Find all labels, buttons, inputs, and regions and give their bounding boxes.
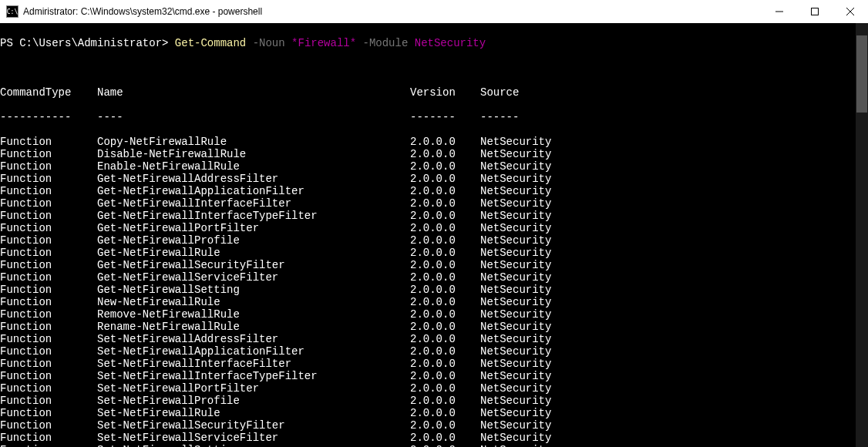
cmd-param-noun: -Noun <box>246 37 284 49</box>
cell-version: 2.0.0.0 <box>410 382 480 395</box>
cell-source: NetSecurity <box>480 345 551 358</box>
table-row: FunctionSet-NetFirewallSecurityFilter2.0… <box>0 419 856 432</box>
cell-version: 2.0.0.0 <box>410 432 480 444</box>
cell-name: New-NetFirewallRule <box>97 296 410 308</box>
table-row: FunctionRemove-NetFirewallRule2.0.0.0Net… <box>0 308 856 321</box>
cell-name: Get-NetFirewallRule <box>97 247 410 259</box>
table-row: FunctionEnable-NetFirewallRule2.0.0.0Net… <box>0 160 856 173</box>
divider-type: ----------- <box>0 111 97 123</box>
cell-commandtype: Function <box>0 370 97 382</box>
cell-version: 2.0.0.0 <box>410 333 480 345</box>
cell-source: NetSecurity <box>480 395 551 407</box>
cell-source: NetSecurity <box>480 148 551 160</box>
cell-name: Disable-NetFirewallRule <box>97 148 410 160</box>
cell-version: 2.0.0.0 <box>410 197 480 210</box>
terminal-area[interactable]: PS C:\Users\Administrator> Get-Command -… <box>0 23 868 447</box>
svg-rect-1 <box>812 8 819 15</box>
cell-version: 2.0.0.0 <box>410 160 480 173</box>
prompt-path: PS C:\Users\Administrator> <box>0 37 175 49</box>
cell-commandtype: Function <box>0 308 97 321</box>
cell-name: Rename-NetFirewallRule <box>97 321 410 333</box>
cmd-param-module: -Module <box>356 37 408 49</box>
cell-version: 2.0.0.0 <box>410 321 480 333</box>
minimize-button[interactable] <box>762 0 797 23</box>
cmd-arg-noun: *Firewall* <box>285 37 356 49</box>
cell-commandtype: Function <box>0 210 97 222</box>
cell-commandtype: Function <box>0 197 97 210</box>
cell-version: 2.0.0.0 <box>410 308 480 321</box>
table-row: FunctionSet-NetFirewallServiceFilter2.0.… <box>0 432 856 444</box>
cell-name: Get-NetFirewallApplicationFilter <box>97 185 410 197</box>
cell-name: Set-NetFirewallServiceFilter <box>97 432 410 444</box>
cell-name: Set-NetFirewallSetting <box>97 444 410 447</box>
cell-source: NetSecurity <box>480 296 551 308</box>
cell-name: Set-NetFirewallAddressFilter <box>97 333 410 345</box>
maximize-button[interactable] <box>797 0 833 23</box>
table-row: FunctionSet-NetFirewallAddressFilter2.0.… <box>0 333 856 345</box>
cell-commandtype: Function <box>0 419 97 432</box>
table-header-row: CommandTypeNameVersionSource <box>0 86 856 99</box>
table-row: FunctionRename-NetFirewallRule2.0.0.0Net… <box>0 321 856 333</box>
header-version: Version <box>410 86 480 99</box>
cell-source: NetSecurity <box>480 222 551 234</box>
cell-source: NetSecurity <box>480 197 551 210</box>
cell-source: NetSecurity <box>480 333 551 345</box>
table-row: FunctionSet-NetFirewallSetting2.0.0.0Net… <box>0 444 856 447</box>
cell-commandtype: Function <box>0 271 97 284</box>
cell-source: NetSecurity <box>480 370 551 382</box>
terminal-content[interactable]: PS C:\Users\Administrator> Get-Command -… <box>0 23 856 447</box>
cell-version: 2.0.0.0 <box>410 419 480 432</box>
cell-name: Get-NetFirewallInterfaceTypeFilter <box>97 210 410 222</box>
cell-commandtype: Function <box>0 148 97 160</box>
table-row: FunctionGet-NetFirewallAddressFilter2.0.… <box>0 173 856 185</box>
cell-version: 2.0.0.0 <box>410 284 480 296</box>
table-row: FunctionDisable-NetFirewallRule2.0.0.0Ne… <box>0 148 856 160</box>
cell-version: 2.0.0.0 <box>410 407 480 419</box>
cell-commandtype: Function <box>0 382 97 395</box>
cell-version: 2.0.0.0 <box>410 185 480 197</box>
cell-source: NetSecurity <box>480 407 551 419</box>
cell-version: 2.0.0.0 <box>410 271 480 284</box>
cell-source: NetSecurity <box>480 382 551 395</box>
cell-commandtype: Function <box>0 333 97 345</box>
cell-commandtype: Function <box>0 247 97 259</box>
cell-commandtype: Function <box>0 432 97 444</box>
cell-source: NetSecurity <box>480 160 551 173</box>
table-row: FunctionGet-NetFirewallInterfaceFilter2.… <box>0 197 856 210</box>
table-row: FunctionGet-NetFirewallSetting2.0.0.0Net… <box>0 284 856 296</box>
cell-name: Get-NetFirewallAddressFilter <box>97 173 410 185</box>
cell-commandtype: Function <box>0 395 97 407</box>
cell-source: NetSecurity <box>480 308 551 321</box>
cell-source: NetSecurity <box>480 419 551 432</box>
cell-version: 2.0.0.0 <box>410 136 480 148</box>
cell-source: NetSecurity <box>480 271 551 284</box>
close-button[interactable] <box>833 0 868 23</box>
table-row: FunctionSet-NetFirewallInterfaceFilter2.… <box>0 358 856 370</box>
window-titlebar: C:\ Admiristrator: C:\Windows\system32\c… <box>0 0 868 23</box>
cell-commandtype: Function <box>0 234 97 247</box>
cell-commandtype: Function <box>0 284 97 296</box>
header-name: Name <box>97 86 410 99</box>
prompt-line-1: PS C:\Users\Administrator> Get-Command -… <box>0 37 856 49</box>
cell-name: Set-NetFirewallRule <box>97 407 410 419</box>
cell-name: Set-NetFirewallInterfaceFilter <box>97 358 410 370</box>
divider-version: ------- <box>410 111 480 123</box>
cell-name: Get-NetFirewallPortFilter <box>97 222 410 234</box>
cell-source: NetSecurity <box>480 259 551 271</box>
window-title: Admiristrator: C:\Windows\system32\cmd.e… <box>23 6 762 17</box>
scrollbar[interactable] <box>856 23 868 447</box>
scrollbar-thumb[interactable] <box>856 35 867 113</box>
header-source: Source <box>480 86 519 99</box>
cell-name: Copy-NetFirewallRule <box>97 136 410 148</box>
table-row: FunctionGet-NetFirewallProfile2.0.0.0Net… <box>0 234 856 247</box>
cell-version: 2.0.0.0 <box>410 296 480 308</box>
cell-name: Get-NetFirewallSetting <box>97 284 410 296</box>
cell-name: Remove-NetFirewallRule <box>97 308 410 321</box>
cell-commandtype: Function <box>0 321 97 333</box>
cell-name: Set-NetFirewallApplicationFilter <box>97 345 410 358</box>
cell-name: Get-NetFirewallProfile <box>97 234 410 247</box>
cell-version: 2.0.0.0 <box>410 222 480 234</box>
cell-source: NetSecurity <box>480 234 551 247</box>
cell-version: 2.0.0.0 <box>410 247 480 259</box>
cell-source: NetSecurity <box>480 432 551 444</box>
